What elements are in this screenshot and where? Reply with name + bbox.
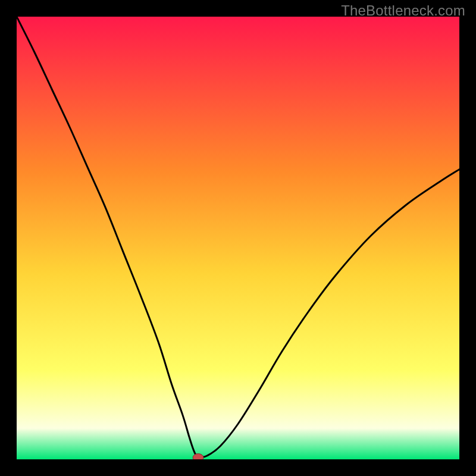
gradient-background bbox=[17, 17, 459, 459]
chart-frame: TheBottleneck.com bbox=[0, 0, 476, 476]
optimum-marker bbox=[193, 454, 203, 459]
plot-area bbox=[17, 17, 459, 459]
chart-svg bbox=[17, 17, 459, 459]
watermark-text: TheBottleneck.com bbox=[341, 2, 465, 19]
